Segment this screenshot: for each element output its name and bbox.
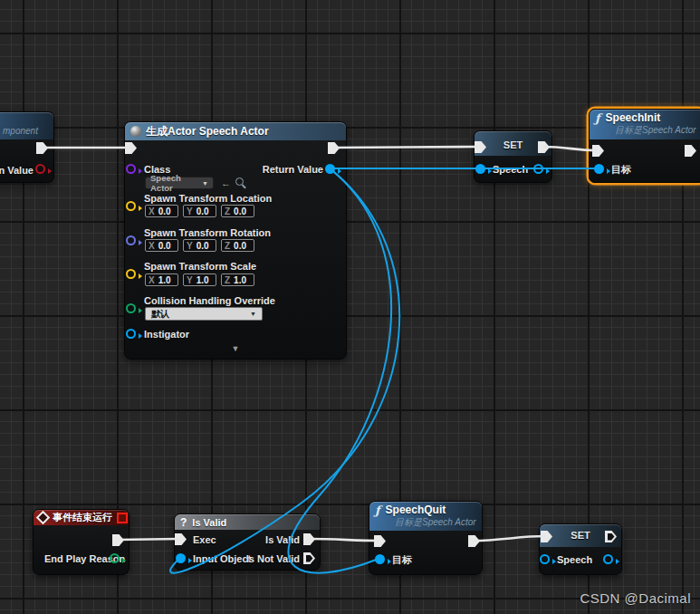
node-set-speech-bottom[interactable]: SET Speech: [539, 523, 622, 575]
is-valid-label: Is Valid: [265, 534, 300, 545]
exec-out-pin[interactable]: [468, 535, 480, 547]
is-valid-exec-out-pin[interactable]: [303, 533, 315, 545]
rotation-z-field[interactable]: Z0.0: [221, 239, 254, 252]
node-header: 事件结束运行: [34, 510, 129, 525]
function-icon: ƒ: [375, 504, 380, 516]
input-object-label: Input Object: [193, 553, 251, 564]
input-object-pin[interactable]: [176, 553, 186, 563]
node-header: ƒ SpeechQuit 目标是Speech Actor: [369, 502, 482, 531]
scale-pin[interactable]: [126, 269, 136, 279]
scale-y-field[interactable]: Y1.0: [183, 273, 216, 286]
return-value-label: Return Value: [263, 164, 323, 175]
speech-label: Speech: [493, 164, 528, 175]
exec-label: Exec: [193, 534, 216, 545]
chevron-down-icon: ▼: [202, 180, 208, 187]
speech-in-pin[interactable]: [540, 554, 550, 564]
search-icon[interactable]: [235, 177, 244, 186]
watermark: CSDN @Dacimal: [580, 590, 691, 606]
node-header: ? Is Valid: [175, 514, 320, 530]
is-not-valid-label: Is Not Valid: [246, 553, 300, 564]
instigator-pin[interactable]: [126, 329, 136, 339]
exec-out-pin[interactable]: [685, 145, 696, 157]
node-title: SpeechInit: [606, 111, 661, 124]
target-pin[interactable]: [594, 164, 604, 174]
location-fields: X0.0 Y0.0 Z0.0: [145, 205, 254, 217]
exec-out-pin[interactable]: [328, 142, 340, 154]
location-z-field[interactable]: Z0.0: [221, 205, 254, 217]
scale-label: Spawn Transform Scale: [144, 261, 256, 272]
use-selected-icon[interactable]: ←: [221, 178, 231, 188]
node-event-end-play[interactable]: 事件结束运行 End Play Reason: [33, 509, 129, 575]
wire-exec-spawn-to-set: [333, 147, 478, 148]
exec-in-pin[interactable]: [374, 535, 386, 547]
exec-out-pin[interactable]: [112, 534, 124, 546]
location-y-field[interactable]: Y0.0: [183, 205, 216, 217]
node-is-valid[interactable]: ? Is Valid Exec Is Valid Input Object Is…: [174, 513, 321, 571]
collapse-node-arrow[interactable]: ▼: [125, 344, 346, 353]
node-subtitle-fragment: mponent: [3, 126, 38, 136]
macro-icon: ?: [180, 516, 187, 529]
return-value-label: urn Value: [0, 165, 34, 176]
speech-in-pin[interactable]: [475, 164, 485, 174]
exec-out-pin[interactable]: [36, 142, 48, 154]
collision-pin[interactable]: [126, 303, 136, 313]
class-dropdown[interactable]: Speech Actor ▼: [145, 177, 214, 189]
end-play-reason-pin[interactable]: [110, 553, 120, 563]
wire-exec-quit-to-set: [474, 536, 544, 541]
node-title: SpeechQuit: [386, 504, 446, 516]
node-subtitle: 目标是Speech Actor: [395, 516, 476, 529]
blueprint-graph-canvas[interactable]: mponent urn Value 生成Actor Speech Actor C…: [0, 0, 700, 614]
node-speech-quit[interactable]: ƒ SpeechQuit 目标是Speech Actor 目标: [369, 501, 483, 575]
location-x-field[interactable]: X0.0: [145, 205, 178, 217]
class-pin[interactable]: [126, 164, 136, 174]
exec-in-pin[interactable]: [175, 533, 187, 545]
node-header: mponent: [0, 112, 53, 139]
location-pin[interactable]: [126, 201, 136, 211]
object-out-pin[interactable]: [35, 164, 45, 174]
function-icon: ƒ: [595, 112, 600, 124]
exec-in-pin[interactable]: [592, 145, 604, 157]
node-title: 生成Actor Speech Actor: [146, 124, 269, 139]
target-pin[interactable]: [375, 554, 385, 564]
node-set-speech-top[interactable]: SET Speech: [474, 130, 552, 183]
exec-in-pin[interactable]: [125, 142, 137, 154]
collision-label: Collision Handling Override: [144, 295, 275, 306]
target-label: 目标: [392, 554, 412, 565]
collision-dropdown[interactable]: 默认 ▼: [145, 307, 263, 321]
class-dropdown-value: Speech Actor: [150, 173, 197, 193]
node-header: 生成Actor Speech Actor: [125, 122, 346, 140]
node-title: 事件结束运行: [53, 511, 112, 524]
is-not-valid-exec-out-pin[interactable]: [303, 552, 315, 564]
rotation-label: Spawn Transform Rotation: [144, 227, 271, 238]
spawn-actor-icon: [130, 126, 141, 137]
rotation-y-field[interactable]: Y0.0: [183, 239, 216, 252]
instigator-label: Instigator: [144, 329, 189, 340]
node-title: Is Valid: [192, 517, 226, 528]
scale-fields: X1.0 Y1.0 Z1.0: [145, 273, 254, 286]
event-icon: [36, 511, 51, 525]
speech-out-pin[interactable]: [533, 164, 543, 174]
rotation-fields: X0.0 Y0.0 Z0.0: [145, 239, 254, 252]
chevron-down-icon: ▼: [250, 311, 256, 317]
return-value-pin[interactable]: [325, 164, 335, 174]
node-partial-component[interactable]: mponent urn Value: [0, 111, 54, 183]
scale-z-field[interactable]: Z1.0: [221, 273, 254, 286]
node-spawn-actor[interactable]: 生成Actor Speech Actor Class Speech Actor …: [124, 121, 347, 360]
event-red-square-icon: [117, 513, 128, 523]
rotation-pin[interactable]: [126, 235, 136, 245]
target-label: 目标: [611, 164, 631, 175]
node-header: ƒ SpeechInit 目标是Speech Actor: [590, 110, 700, 139]
location-label: Spawn Transform Location: [144, 193, 272, 204]
rotation-x-field[interactable]: X0.0: [145, 239, 178, 252]
scale-x-field[interactable]: X1.0: [145, 273, 178, 286]
collision-dropdown-value: 默认: [151, 308, 169, 321]
speech-label: Speech: [557, 554, 592, 565]
speech-out-pin[interactable]: [603, 554, 613, 564]
node-speech-init[interactable]: ƒ SpeechInit 目标是Speech Actor 目标: [589, 109, 700, 183]
node-subtitle: 目标是Speech Actor: [615, 124, 698, 137]
